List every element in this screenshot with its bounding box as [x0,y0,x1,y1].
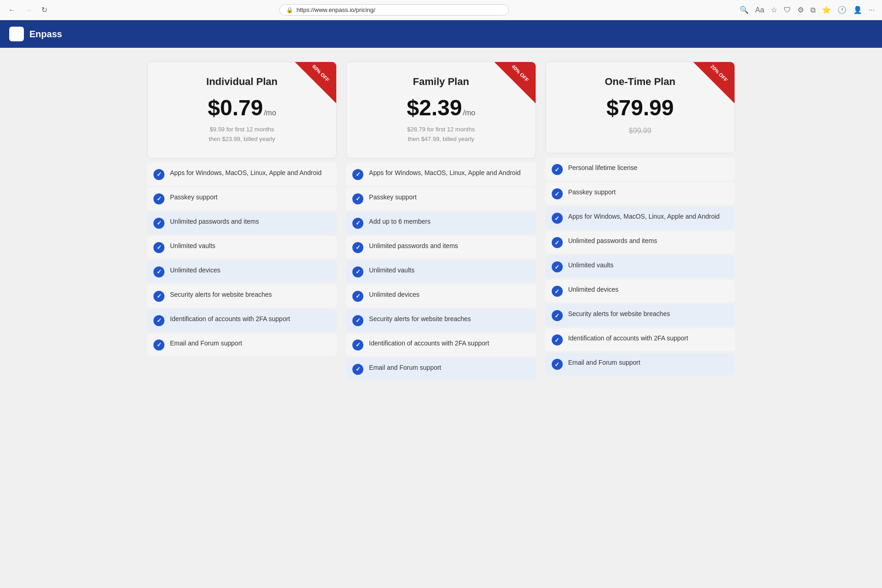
nav-buttons: ← → ↻ [6,5,50,15]
check-icon-individual-5 [153,291,164,302]
feature-list-individual: Apps for Windows, MacOS, Linux, Apple an… [147,163,337,356]
check-icon-onetime-1 [552,188,563,199]
reader-icon[interactable]: Aa [753,4,766,16]
check-icon-family-0 [352,169,363,180]
feature-item-onetime-3: Unlimited passwords and items [545,231,735,254]
price-details-individual: $9.59 for first 12 monthsthen $23.99, bi… [158,125,325,144]
check-icon-onetime-5 [552,286,563,297]
feature-text-family-4: Unlimited vaults [369,266,414,275]
check-icon-onetime-8 [552,359,563,370]
zoom-icon[interactable]: 🔍 [738,4,751,16]
price-details-family: $28.79 for first 12 monthsthen $47.99, b… [357,125,524,144]
split-view-icon[interactable]: ⧉ [808,4,817,16]
feature-text-family-0: Apps for Windows, MacOS, Linux, Apple an… [369,169,520,178]
price-card-family: 40% OFF Family Plan $2.39 /mo $28.79 for… [346,62,536,158]
feature-item-individual-0: Apps for Windows, MacOS, Linux, Apple an… [147,163,337,186]
discount-text-individual: 60% OFF [309,62,333,85]
main-content: 60% OFF Individual Plan $0.79 /mo $9.59 … [0,48,882,394]
feature-text-individual-4: Unlimited devices [170,266,220,275]
feature-text-onetime-6: Security alerts for website breaches [568,310,670,319]
check-icon-onetime-4 [552,261,563,272]
feature-text-individual-5: Security alerts for website breaches [170,290,272,300]
shield-icon[interactable]: 🛡 [782,4,793,16]
feature-item-onetime-2: Apps for Windows, MacOS, Linux, Apple an… [545,207,735,229]
check-icon-individual-2 [153,218,164,229]
feature-item-onetime-6: Security alerts for website breaches [545,304,735,327]
price-amount-individual: $0.79 [208,95,263,120]
feature-text-onetime-0: Personal lifetime license [568,164,638,173]
feature-item-family-0: Apps for Windows, MacOS, Linux, Apple an… [346,163,536,186]
feature-item-family-6: Security alerts for website breaches [346,309,536,332]
check-icon-onetime-0 [552,164,563,175]
feature-item-individual-1: Passkey support [147,187,337,210]
price-details-onetime: $99.99 [557,125,724,137]
feature-text-onetime-2: Apps for Windows, MacOS, Linux, Apple an… [568,212,720,221]
check-icon-family-3 [352,242,363,253]
feature-text-individual-3: Unlimited vaults [170,242,215,251]
address-bar[interactable]: 🔒 https://www.enpass.io/pricing/ [279,4,509,16]
feature-list-family: Apps for Windows, MacOS, Linux, Apple an… [346,163,536,380]
feature-item-onetime-8: Email and Forum support [545,353,735,375]
plan-column-onetime: 20% OFF One-Time Plan $79.99 $99.99 Pers… [545,62,735,380]
feature-item-onetime-7: Identification of accounts with 2FA supp… [545,328,735,351]
price-amount-family: $2.39 [407,95,462,120]
header-title: Enpass [29,29,62,40]
refresh-button[interactable]: ↻ [39,5,50,15]
check-icon-family-2 [352,218,363,229]
forward-button[interactable]: → [22,5,35,15]
check-icon-onetime-6 [552,310,563,321]
feature-text-individual-0: Apps for Windows, MacOS, Linux, Apple an… [170,169,322,178]
lock-icon: 🔒 [286,7,293,13]
feature-text-individual-7: Email and Forum support [170,339,242,348]
discount-badge-onetime: 20% OFF [693,62,735,103]
feature-item-onetime-1: Passkey support [545,182,735,205]
check-icon-family-6 [352,315,363,326]
check-icon-individual-7 [153,339,164,351]
check-icon-family-7 [352,339,363,351]
feature-item-individual-2: Unlimited passwords and items [147,212,337,234]
feature-text-family-6: Security alerts for website breaches [369,315,471,324]
extensions-icon[interactable]: ⚙ [796,4,806,16]
feature-item-individual-6: Identification of accounts with 2FA supp… [147,309,337,332]
feature-text-onetime-7: Identification of accounts with 2FA supp… [568,334,689,343]
discount-badge-family: 40% OFF [494,62,536,103]
feature-text-individual-6: Identification of accounts with 2FA supp… [170,315,290,324]
feature-text-family-1: Passkey support [369,193,417,202]
check-icon-individual-6 [153,315,164,326]
more-icon[interactable]: ··· [867,4,876,16]
feature-item-family-1: Passkey support [346,187,536,210]
price-card-onetime: 20% OFF One-Time Plan $79.99 $99.99 [545,62,735,153]
plan-column-individual: 60% OFF Individual Plan $0.79 /mo $9.59 … [147,62,337,380]
browser-tools: 🔍 Aa ☆ 🛡 ⚙ ⧉ ⭐ 🕐 👤 ··· [738,4,876,16]
check-icon-individual-0 [153,169,164,180]
feature-item-individual-3: Unlimited vaults [147,236,337,259]
discount-text-onetime: 20% OFF [707,62,731,85]
url-text: https://www.enpass.io/pricing/ [297,6,375,13]
check-icon-family-8 [352,364,363,375]
feature-item-family-3: Unlimited passwords and items [346,236,536,259]
discount-text-family: 40% OFF [508,62,532,85]
feature-item-onetime-5: Unlimited devices [545,280,735,302]
feature-text-onetime-1: Passkey support [568,188,616,197]
feature-text-onetime-3: Unlimited passwords and items [568,237,657,246]
price-period-family: /mo [463,109,475,117]
plan-column-family: 40% OFF Family Plan $2.39 /mo $28.79 for… [346,62,536,380]
favorites-icon[interactable]: ⭐ [820,4,833,16]
enpass-header: Enpass [0,20,882,48]
check-icon-family-1 [352,193,363,204]
feature-text-onetime-4: Unlimited vaults [568,261,614,270]
feature-text-family-2: Add up to 6 members [369,217,430,226]
feature-item-family-4: Unlimited vaults [346,260,536,283]
history-icon[interactable]: 🕐 [836,4,848,16]
feature-text-individual-1: Passkey support [170,193,218,202]
feature-list-onetime: Personal lifetime license Passkey suppor… [545,158,735,375]
bookmark-icon[interactable]: ☆ [769,4,779,16]
feature-item-family-5: Unlimited devices [346,285,536,307]
feature-text-onetime-8: Email and Forum support [568,358,640,368]
profile-icon[interactable]: 👤 [851,4,864,16]
check-icon-individual-4 [153,266,164,277]
feature-text-family-8: Email and Forum support [369,363,441,373]
feature-text-individual-2: Unlimited passwords and items [170,217,259,226]
feature-item-individual-4: Unlimited devices [147,260,337,283]
back-button[interactable]: ← [6,5,18,15]
